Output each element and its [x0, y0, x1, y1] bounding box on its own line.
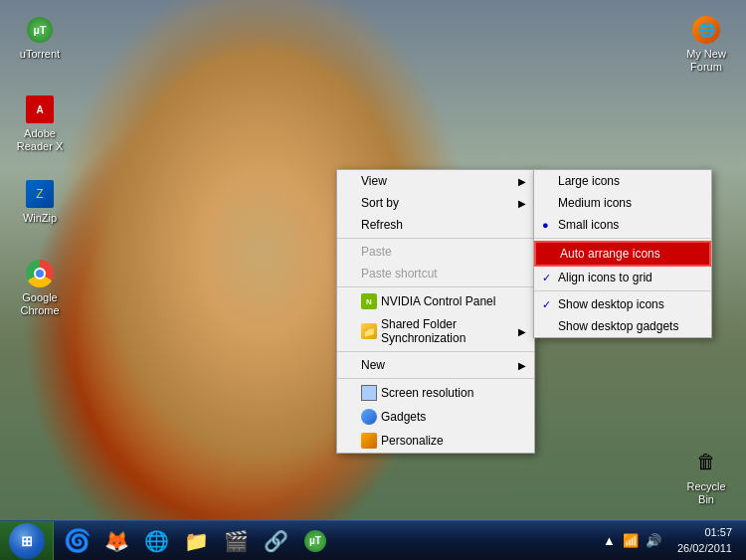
- desktop-icon-myforum[interactable]: 🌐 My New Forum: [674, 10, 738, 78]
- recyclebin-icon-glyph: 🗑: [692, 449, 720, 476]
- screen-resolution-icon: [361, 385, 377, 401]
- sub-large-icons[interactable]: Large icons: [534, 170, 711, 192]
- myforum-icon-label: My New Forum: [678, 48, 734, 74]
- ctx-shared-label: Shared Folder Synchronization: [381, 317, 518, 345]
- ctx-sep1: [337, 238, 534, 239]
- ctx-view[interactable]: View ▶: [337, 170, 534, 192]
- taskbar-icon-firefox[interactable]: 🦊: [97, 523, 135, 559]
- gadgets-icon: [361, 409, 377, 425]
- sub-show-desktop-gadgets[interactable]: Show desktop gadgets: [534, 315, 711, 337]
- sub-medium-icons[interactable]: Medium icons: [534, 192, 711, 214]
- ctx-gadgets[interactable]: Gadgets: [337, 405, 534, 429]
- sub-medium-check: [542, 197, 558, 209]
- sub-small-check: ●: [542, 219, 558, 231]
- ctx-paste-label: Paste: [361, 245, 392, 259]
- taskbar-icon-media[interactable]: 🎬: [217, 523, 255, 559]
- ctx-new-label: New: [361, 358, 385, 372]
- sub-show-desktop-icons[interactable]: ✓ Show desktop icons: [534, 293, 711, 315]
- sub-large-label: Large icons: [558, 174, 620, 188]
- sub-small-icons[interactable]: ● Small icons: [534, 214, 711, 236]
- sub-auto-label: Auto arrange icons: [560, 247, 660, 261]
- ctx-refresh[interactable]: Refresh: [337, 214, 534, 236]
- desktop-icon-winzip[interactable]: Z WinZip: [8, 174, 72, 229]
- desktop-icon-adobe[interactable]: A Adobe Reader X: [8, 90, 72, 157]
- ctx-refresh-label: Refresh: [361, 218, 403, 232]
- clock-date: 26/02/2011: [677, 541, 732, 556]
- ctx-screen-resolution[interactable]: Screen resolution: [337, 381, 534, 405]
- tray-arrow-icon[interactable]: ▲: [601, 533, 618, 548]
- sub-align-to-grid[interactable]: ✓ Align icons to grid: [534, 267, 711, 288]
- taskbar-items: 🌀 🦊 🌐 📁 🎬 🔗 µT: [54, 521, 589, 560]
- ctx-sep2: [337, 286, 534, 287]
- chrome-icon-label: Google Chrome: [12, 291, 68, 317]
- ctx-sep3: [337, 351, 534, 352]
- sub-sep1: [534, 238, 711, 239]
- system-tray: ▲ 📶 🔊: [597, 533, 667, 548]
- ctx-new[interactable]: New ▶: [337, 354, 534, 376]
- desktop: µT uTorrent A Adobe Reader X Z WinZip Go…: [0, 0, 746, 560]
- ctx-sortby-arrow: ▶: [518, 198, 526, 209]
- ctx-shared-arrow: ▶: [518, 326, 526, 337]
- shared-folder-icon: 📁: [361, 323, 377, 339]
- taskbar-utorrent-glyph: µT: [304, 530, 326, 552]
- sub-showdesk-check: ✓: [542, 298, 558, 311]
- taskbar-right: ▲ 📶 🔊 01:57 26/02/2011: [589, 525, 746, 556]
- desktop-icon-recyclebin[interactable]: 🗑 Recycle Bin: [674, 443, 738, 510]
- ctx-paste-shortcut[interactable]: Paste shortcut: [337, 263, 534, 284]
- recyclebin-icon-img: 🗑: [690, 447, 722, 478]
- sub-showdesk-label: Show desktop icons: [558, 297, 664, 311]
- submenu-view: Large icons Medium icons ● Small icons A…: [533, 169, 712, 338]
- taskbar-icon-chrome[interactable]: 🌐: [137, 523, 175, 559]
- sub-grid-label: Align icons to grid: [558, 271, 653, 284]
- sub-auto-arrange[interactable]: Auto arrange icons: [534, 241, 711, 267]
- adobe-icon-glyph: A: [26, 95, 54, 123]
- utorrent-icon-label: uTorrent: [20, 48, 60, 61]
- sub-showgadgets-label: Show desktop gadgets: [558, 319, 678, 333]
- ctx-personalize[interactable]: Personalize: [337, 429, 534, 453]
- taskbar-icon-link[interactable]: 🔗: [257, 523, 294, 559]
- sub-small-label: Small icons: [558, 218, 619, 232]
- start-orb: ⊞: [9, 523, 45, 559]
- chrome-inner-circle: [34, 268, 46, 280]
- clock-time: 01:57: [677, 525, 732, 540]
- winzip-icon-label: WinZip: [23, 212, 57, 225]
- sub-medium-label: Medium icons: [558, 196, 632, 210]
- myforum-icon-glyph: 🌐: [692, 16, 720, 44]
- myforum-icon-img: 🌐: [690, 14, 722, 46]
- ctx-shared-folder[interactable]: 📁 Shared Folder Synchronization ▶: [337, 313, 534, 349]
- winzip-icon-img: Z: [24, 178, 56, 210]
- desktop-icon-chrome[interactable]: Google Chrome: [8, 254, 72, 321]
- ctx-sortby-label: Sort by: [361, 196, 399, 210]
- taskbar-icon-ie[interactable]: 🌀: [58, 523, 95, 559]
- sub-large-check: [542, 175, 558, 187]
- sub-grid-check: ✓: [542, 272, 558, 284]
- start-button[interactable]: ⊞: [0, 521, 54, 561]
- ctx-nvidia[interactable]: N NVIDIA Control Panel: [337, 289, 534, 313]
- winzip-icon-glyph: Z: [26, 180, 54, 208]
- ctx-paste-shortcut-label: Paste shortcut: [361, 267, 438, 280]
- sub-auto-check: [544, 248, 560, 260]
- ctx-gadgets-label: Gadgets: [381, 410, 426, 424]
- system-clock[interactable]: 01:57 26/02/2011: [671, 525, 738, 556]
- ctx-view-label: View: [361, 174, 387, 188]
- ctx-paste[interactable]: Paste: [337, 241, 534, 263]
- ctx-screen-label: Screen resolution: [381, 386, 473, 400]
- sub-showgadgets-check: [542, 320, 558, 332]
- taskbar-icon-utorrent[interactable]: µT: [296, 523, 334, 559]
- nvidia-icon: N: [361, 293, 377, 309]
- ctx-new-arrow: ▶: [518, 360, 526, 371]
- ctx-sortby[interactable]: Sort by ▶: [337, 192, 534, 214]
- context-menu: View ▶ Sort by ▶ Refresh Paste Paste sho…: [336, 169, 535, 454]
- ctx-personalize-label: Personalize: [381, 434, 444, 448]
- personalize-icon: [361, 433, 377, 449]
- chrome-icon-img: [24, 258, 56, 289]
- desktop-icon-utorrent[interactable]: µT uTorrent: [8, 10, 72, 65]
- adobe-icon-label: Adobe Reader X: [12, 127, 68, 153]
- utorrent-icon-img: µT: [24, 14, 56, 46]
- utorrent-icon-glyph: µT: [27, 17, 53, 43]
- tray-volume-icon[interactable]: 🔊: [644, 533, 663, 548]
- adobe-icon-img: A: [24, 93, 56, 125]
- taskbar-icon-explorer[interactable]: 📁: [177, 523, 215, 559]
- tray-network-icon[interactable]: 📶: [621, 533, 641, 548]
- ctx-view-arrow: ▶: [518, 176, 526, 187]
